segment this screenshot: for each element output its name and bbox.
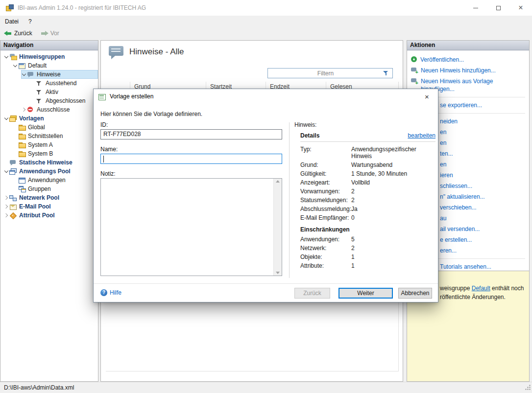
detail-label: Abschlussmeldung: <box>300 206 351 212</box>
weiter-button[interactable]: Weiter <box>339 288 393 299</box>
filter-input[interactable]: Filtern <box>267 68 393 78</box>
tree-item-label: Anwendungen <box>28 177 66 184</box>
name-field[interactable] <box>100 154 282 164</box>
attribute-pool-icon <box>9 212 17 219</box>
chevron-right-icon[interactable] <box>21 107 27 113</box>
filter-placeholder: Filtern <box>268 70 383 77</box>
tree-item-anwendungs-pool[interactable]: Anwendungs Pool <box>0 167 98 176</box>
chevron-spacer <box>12 142 18 148</box>
default-group-link[interactable]: Default <box>472 285 490 292</box>
chevron-down-icon[interactable] <box>3 116 9 121</box>
minimize-button[interactable] <box>464 0 487 16</box>
close-button[interactable]: × <box>509 0 532 16</box>
tree-item-label: System B <box>28 150 53 157</box>
id-field[interactable]: RT-F77ED028 <box>100 129 282 139</box>
detail-label: Vorwarnungen: <box>300 188 351 195</box>
chevron-spacer <box>30 98 36 104</box>
tree-item-gruppen[interactable]: Gruppen <box>0 185 98 193</box>
notiz-label: Notiz: <box>100 170 116 177</box>
scrollbar[interactable] <box>273 179 282 276</box>
chevron-spacer <box>30 80 36 86</box>
bearbeiten-link[interactable]: bearbeiten <box>408 132 435 139</box>
forward-button[interactable]: Vor <box>36 28 63 39</box>
menu-datei[interactable]: Datei <box>0 16 24 27</box>
tree-item-global[interactable]: Global <box>0 123 98 132</box>
tree-item-hinweise[interactable]: Hinweise <box>0 70 98 79</box>
details-block: Details bearbeiten Typ:Anwendungsspezifi… <box>300 132 435 269</box>
tree-item-schnittstellen[interactable]: Schnittstellen <box>0 132 98 140</box>
tree-item-hinweisgruppen[interactable]: Hinweisgruppen <box>0 52 98 61</box>
zurueck-button[interactable]: Zurück <box>294 288 330 299</box>
menu-help[interactable]: ? <box>24 16 37 27</box>
dialog-vertical-separator <box>289 122 290 278</box>
chevron-down-icon[interactable] <box>3 54 9 60</box>
dialog-intro-text: Hier können Sie die Vorlage definieren. <box>100 111 202 117</box>
notice-text: weisgruppe <box>440 285 472 292</box>
static-note-icon <box>9 160 17 166</box>
dialog-close-button[interactable]: × <box>416 90 438 104</box>
tree-item-default[interactable]: Default <box>0 61 98 70</box>
filter-funnel-icon <box>36 98 44 104</box>
detail-label: Typ: <box>300 146 351 160</box>
chevron-right-icon[interactable] <box>3 212 9 218</box>
notiz-field[interactable] <box>100 178 282 276</box>
action-label: Neuen Hinweis hinzufügen... <box>421 67 525 74</box>
tree-item-statische-hinweise[interactable]: Statische Hinweise <box>0 158 98 167</box>
status-path: D:\IBI-aws\Admin\Data.xml <box>4 384 74 391</box>
tree-item-label: Default <box>28 62 47 69</box>
chevron-down-icon[interactable] <box>21 71 27 77</box>
filter-funnel-icon <box>36 80 44 87</box>
tree-item-label: Anwendungs Pool <box>19 168 71 175</box>
tree-item-label: Statische Hinweise <box>19 159 73 166</box>
scroll-up-icon[interactable] <box>276 180 280 183</box>
detail-value: Vollbild <box>351 179 435 186</box>
help-label: Hilfe <box>110 289 121 296</box>
chevron-down-icon[interactable] <box>12 63 18 69</box>
tree-item-label: Ausschlüsse <box>37 106 70 113</box>
scroll-down-icon[interactable] <box>276 272 280 274</box>
folder-icon <box>18 142 26 148</box>
tree-item-label: E-Mail Pool <box>19 203 51 210</box>
tree-item-ausschluesse[interactable]: Ausschlüsse <box>0 105 98 114</box>
restriction-value: 1 <box>351 262 435 269</box>
tree-item-netzwerk-pool[interactable]: Netzwerk Pool <box>0 193 98 202</box>
back-button[interactable]: Zurück <box>0 28 36 39</box>
restriction-label: Netzwerk: <box>300 245 351 252</box>
chevron-right-icon[interactable] <box>3 195 9 201</box>
tree-item-ausstehend[interactable]: Ausstehend <box>0 79 98 88</box>
detail-label: Grund: <box>300 162 351 168</box>
tree-item-attribut-pool[interactable]: Attribut Pool <box>0 211 98 220</box>
toolbar: Zurück Vor <box>0 27 532 39</box>
window-title: IBI-aws Admin 1.24.0 - registriert für I… <box>18 4 146 11</box>
id-label: ID: <box>100 121 108 128</box>
detail-value: Wartungsabend <box>351 162 435 168</box>
tree-item-label: Gruppen <box>28 185 51 192</box>
dialog-title: Vorlage erstellen <box>110 93 153 100</box>
abbrechen-button[interactable]: Abbrechen <box>398 288 432 299</box>
tree-item-system-b[interactable]: System B <box>0 149 98 158</box>
tree-item-system-a[interactable]: System A <box>0 140 98 149</box>
templates-icon <box>9 116 17 122</box>
forward-arrow-icon <box>40 30 48 37</box>
resize-grip[interactable] <box>525 384 531 392</box>
tree-item-aktiv[interactable]: Aktiv <box>0 88 98 96</box>
tree-item-anwendungen[interactable]: Anwendungen <box>0 176 98 185</box>
tree-item-abgeschlossen[interactable]: Abgeschlossen <box>0 96 98 105</box>
email-pool-icon <box>9 204 17 210</box>
notiz-value[interactable] <box>101 179 273 276</box>
help-link[interactable]: ? Hilfe <box>100 289 121 296</box>
chevron-down-icon[interactable] <box>3 168 9 174</box>
filter-icon[interactable] <box>383 70 389 76</box>
close-icon: × <box>425 92 429 101</box>
chevron-right-icon[interactable] <box>3 204 9 209</box>
tree-item-vorlagen[interactable]: Vorlagen <box>0 114 98 123</box>
action-veroeffentlichen[interactable]: Veröffentlichen... <box>407 54 529 65</box>
restriction-row: Objekte:1 <box>300 254 435 260</box>
titlebar: IBI-aws Admin 1.24.0 - registriert für I… <box>0 0 532 16</box>
maximize-button[interactable] <box>487 0 509 16</box>
window-controls: × <box>464 0 532 16</box>
detail-label: Anzeigeart: <box>300 179 351 186</box>
action-neuen-hinweis-hinzufuegen[interactable]: Neuen Hinweis hinzufügen... <box>407 65 529 76</box>
restriction-value: 2 <box>351 245 435 252</box>
tree-item-email-pool[interactable]: E-Mail Pool <box>0 202 98 211</box>
